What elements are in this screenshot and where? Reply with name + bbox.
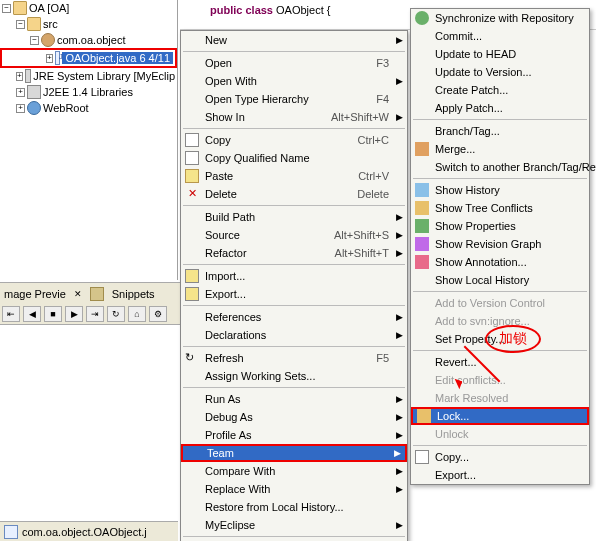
expand-icon[interactable]: +: [16, 104, 25, 113]
menu-paste[interactable]: PasteCtrl+V: [181, 167, 407, 185]
webroot-icon: [27, 101, 41, 115]
tree-label: src: [43, 18, 58, 30]
nav-last-button[interactable]: ⇥: [86, 306, 104, 322]
menu-add-version-control: Add to Version Control: [411, 294, 589, 312]
menu-separator: [413, 178, 587, 179]
menu-show-revision-graph[interactable]: Show Revision Graph: [411, 235, 589, 253]
menu-build-path[interactable]: Build Path▶: [181, 208, 407, 226]
home-button[interactable]: ⌂: [128, 306, 146, 322]
menu-commit[interactable]: Commit...: [411, 27, 589, 45]
sync-icon: [415, 11, 429, 25]
menu-refresh[interactable]: ↻RefreshF5: [181, 349, 407, 367]
annotation-icon: [415, 255, 429, 269]
tree-icon: [415, 201, 429, 215]
config-button[interactable]: ⚙: [149, 306, 167, 322]
tree-src[interactable]: − src: [0, 16, 177, 32]
menu-show-annotation[interactable]: Show Annotation...: [411, 253, 589, 271]
menu-source[interactable]: SourceAlt+Shift+S▶: [181, 226, 407, 244]
menu-branch-tag[interactable]: Branch/Tag...: [411, 122, 589, 140]
expand-icon[interactable]: +: [46, 54, 53, 63]
nav-first-button[interactable]: ⇤: [2, 306, 20, 322]
collapse-icon[interactable]: −: [2, 4, 11, 13]
menu-lock[interactable]: Lock...: [411, 407, 589, 425]
tree-jre[interactable]: + JRE System Library [MyEclip: [0, 68, 177, 84]
tab-snippets[interactable]: Snippets: [112, 288, 155, 300]
menu-references[interactable]: References▶: [181, 308, 407, 326]
menu-replace-with[interactable]: Replace With▶: [181, 480, 407, 498]
menu-declarations[interactable]: Declarations▶: [181, 326, 407, 344]
tree-file-selected[interactable]: + OAObject.java 6 4/11: [0, 48, 177, 68]
chevron-right-icon: ▶: [396, 330, 403, 340]
tree-project[interactable]: − OA [OA]: [0, 0, 177, 16]
package-icon: [41, 33, 55, 47]
menu-show-local-history[interactable]: Show Local History: [411, 271, 589, 289]
tree-j2ee[interactable]: + J2EE 1.4 Libraries: [0, 84, 177, 100]
menu-update-head[interactable]: Update to HEAD: [411, 45, 589, 63]
menu-switch[interactable]: Switch to another Branch/Tag/Rev: [411, 158, 589, 176]
menu-show-in[interactable]: Show InAlt+Shift+W▶: [181, 108, 407, 126]
menu-import[interactable]: Import...: [181, 267, 407, 285]
chevron-right-icon: ▶: [396, 520, 403, 530]
graph-icon: [415, 237, 429, 251]
menu-export-svn[interactable]: Export...: [411, 466, 589, 484]
menu-separator: [183, 51, 405, 52]
menu-separator: [183, 387, 405, 388]
status-text: com.oa.object.OAObject.j: [22, 526, 147, 538]
menu-show-tree-conflicts[interactable]: Show Tree Conflicts: [411, 199, 589, 217]
menu-delete[interactable]: ✕DeleteDelete: [181, 185, 407, 203]
menu-new[interactable]: New▶: [181, 31, 407, 49]
menu-show-history[interactable]: Show History: [411, 181, 589, 199]
menu-debug-as[interactable]: Debug As▶: [181, 408, 407, 426]
props-icon: [415, 219, 429, 233]
menu-team[interactable]: Team▶: [181, 444, 407, 462]
nav-stop-button[interactable]: ■: [44, 306, 62, 322]
menu-assign-working-sets[interactable]: Assign Working Sets...: [181, 367, 407, 385]
menu-profile-as[interactable]: Profile As▶: [181, 426, 407, 444]
menu-open-type-hierarchy[interactable]: Open Type HierarchyF4: [181, 90, 407, 108]
refresh-button[interactable]: ↻: [107, 306, 125, 322]
expand-icon[interactable]: +: [16, 72, 23, 81]
chevron-right-icon: ▶: [396, 430, 403, 440]
preview-area: [0, 324, 180, 541]
chevron-right-icon: ▶: [394, 448, 401, 458]
menu-copy-svn[interactable]: Copy...: [411, 448, 589, 466]
close-icon[interactable]: ✕: [74, 289, 82, 299]
copy-icon: [185, 133, 199, 147]
menu-copy-qualified[interactable]: Copy Qualified Name: [181, 149, 407, 167]
menu-restore-local-history[interactable]: Restore from Local History...: [181, 498, 407, 516]
snippets-icon: [90, 287, 104, 301]
menu-unlock: Unlock: [411, 425, 589, 443]
expand-icon[interactable]: +: [16, 88, 25, 97]
menu-separator: [183, 128, 405, 129]
menu-merge[interactable]: Merge...: [411, 140, 589, 158]
menu-compare-with[interactable]: Compare With▶: [181, 462, 407, 480]
menu-revert[interactable]: Revert...: [411, 353, 589, 371]
menu-refactor[interactable]: RefactorAlt+Shift+T▶: [181, 244, 407, 262]
project-tree: − OA [OA] − src − com.oa.object + OAObje…: [0, 0, 178, 280]
tree-webroot[interactable]: + WebRoot: [0, 100, 177, 116]
menu-create-patch[interactable]: Create Patch...: [411, 81, 589, 99]
menu-show-properties[interactable]: Show Properties: [411, 217, 589, 235]
menu-export[interactable]: Export...: [181, 285, 407, 303]
menu-synchronize[interactable]: Synchronize with Repository: [411, 9, 589, 27]
menu-copy[interactable]: CopyCtrl+C: [181, 131, 407, 149]
context-menu-team: Synchronize with Repository Commit... Up…: [410, 8, 590, 485]
tree-package[interactable]: − com.oa.object: [0, 32, 177, 48]
menu-apply-patch[interactable]: Apply Patch...: [411, 99, 589, 117]
menu-myeclipse[interactable]: MyEclipse▶: [181, 516, 407, 534]
menu-run-as[interactable]: Run As▶: [181, 390, 407, 408]
collapse-icon[interactable]: −: [16, 20, 25, 29]
chevron-right-icon: ▶: [396, 484, 403, 494]
nav-prev-button[interactable]: ◀: [23, 306, 41, 322]
menu-update-version[interactable]: Update to Version...: [411, 63, 589, 81]
tab-preview[interactable]: mage Previe: [4, 288, 66, 300]
tree-label: com.oa.object: [57, 34, 125, 46]
collapse-icon[interactable]: −: [30, 36, 39, 45]
menu-open[interactable]: OpenF3: [181, 54, 407, 72]
menu-open-with[interactable]: Open With▶: [181, 72, 407, 90]
nav-next-button[interactable]: ▶: [65, 306, 83, 322]
chevron-right-icon: ▶: [396, 248, 403, 258]
paste-icon: [185, 169, 199, 183]
src-folder-icon: [27, 17, 41, 31]
menu-separator: [183, 205, 405, 206]
